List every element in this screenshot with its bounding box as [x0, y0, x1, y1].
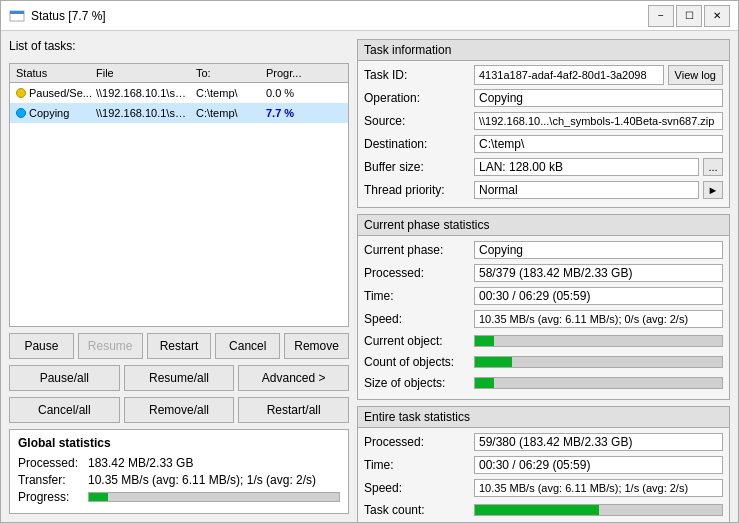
stat-transfer-value: 10.35 MB/s (avg: 6.11 MB/s); 1/s (avg: 2…: [88, 473, 340, 487]
source-row: Source: \\192.168.10...\ch_symbols-1.40B…: [364, 111, 723, 131]
entire-task-body: Processed: 59/380 (183.42 MB/2.33 GB) Ti…: [358, 428, 729, 522]
phase-size-obj-label: Size of objects:: [364, 376, 474, 390]
entire-time-row: Time: 00:30 / 06:29 (05:59): [364, 455, 723, 475]
global-stats-label: Global statistics: [18, 436, 340, 450]
entire-speed-row: Speed: 10.35 MB/s (avg: 6.11 MB/s); 1/s …: [364, 478, 723, 498]
cancel-all-button[interactable]: Cancel/all: [9, 397, 120, 423]
stat-processed: Processed: 183.42 MB/2.33 GB: [18, 456, 340, 470]
phase-current-value: Copying: [474, 241, 723, 259]
task-info-title: Task information: [358, 40, 729, 61]
left-panel: List of tasks: Status File To: Progr... …: [9, 39, 349, 514]
remove-all-button[interactable]: Remove/all: [124, 397, 235, 423]
row1-to: C:\temp\: [194, 86, 264, 100]
current-phase-title: Current phase statistics: [358, 215, 729, 236]
phase-current-obj-bar: [474, 335, 723, 347]
thread-priority-value: Normal: [474, 181, 699, 199]
action-buttons-row2: Pause/all Resume/all Advanced >: [9, 365, 349, 391]
task-id-row: Task ID: 4131a187-adaf-4af2-80d1-3a2098 …: [364, 65, 723, 85]
stat-processed-value: 183.42 MB/2.33 GB: [88, 456, 340, 470]
destination-value: C:\temp\: [474, 135, 723, 153]
view-log-button[interactable]: View log: [668, 65, 723, 85]
pause-all-button[interactable]: Pause/all: [9, 365, 120, 391]
window-icon: [9, 8, 25, 24]
action-buttons-row1: Pause Resume Restart Cancel Remove: [9, 333, 349, 359]
tasks-label: List of tasks:: [9, 39, 349, 53]
global-progress-fill: [89, 493, 108, 501]
entire-processed-value: 59/380 (183.42 MB/2.33 GB): [474, 433, 723, 451]
restart-button[interactable]: Restart: [147, 333, 212, 359]
phase-size-obj-fill: [475, 378, 494, 388]
row1-progress: 0.0 %: [264, 86, 324, 100]
pause-button[interactable]: Pause: [9, 333, 74, 359]
buffer-size-label: Buffer size:: [364, 160, 474, 174]
col-progress: Progr...: [264, 66, 324, 80]
restart-all-button[interactable]: Restart/all: [238, 397, 349, 423]
row2-file: \\192.168.10.1\share...: [94, 106, 194, 120]
resume-button[interactable]: Resume: [78, 333, 143, 359]
main-window: Status [7.7 %] − ☐ ✕ List of tasks: Stat…: [0, 0, 739, 523]
entire-time-value: 00:30 / 06:29 (05:59): [474, 456, 723, 474]
phase-processed-value: 58/379 (183.42 MB/2.33 GB): [474, 264, 723, 282]
stat-progress-label: Progress:: [18, 490, 88, 504]
phase-time-label: Time:: [364, 289, 474, 303]
source-label: Source:: [364, 114, 474, 128]
title-controls: − ☐ ✕: [648, 5, 730, 27]
title-bar: Status [7.7 %] − ☐ ✕: [1, 1, 738, 31]
entire-processed-label: Processed:: [364, 435, 474, 449]
priority-arrow-button[interactable]: ►: [703, 181, 723, 199]
phase-current-obj-label: Current object:: [364, 334, 474, 348]
entire-speed-value: 10.35 MB/s (avg: 6.11 MB/s); 1/s (avg: 2…: [474, 479, 723, 497]
task-id-value: 4131a187-adaf-4af2-80d1-3a2098: [474, 65, 664, 85]
phase-speed-value: 10.35 MB/s (avg: 6.11 MB/s); 0/s (avg: 2…: [474, 310, 723, 328]
table-row[interactable]: Copying \\192.168.10.1\share... C:\temp\…: [10, 103, 348, 123]
entire-task-count-row: Task count:: [364, 501, 723, 519]
title-bar-left: Status [7.7 %]: [9, 8, 106, 24]
destination-row: Destination: C:\temp\: [364, 134, 723, 154]
buffer-size-group: LAN: 128.00 kB ...: [474, 158, 723, 176]
maximize-button[interactable]: ☐: [676, 5, 702, 27]
phase-processed-row: Processed: 58/379 (183.42 MB/2.33 GB): [364, 263, 723, 283]
row1-file: \\192.168.10.1\share...: [94, 86, 194, 100]
minimize-button[interactable]: −: [648, 5, 674, 27]
phase-current-row: Current phase: Copying: [364, 240, 723, 260]
resume-all-button[interactable]: Resume/all: [124, 365, 235, 391]
col-to: To:: [194, 66, 264, 80]
task-info-body: Task ID: 4131a187-adaf-4af2-80d1-3a2098 …: [358, 61, 729, 207]
thread-priority-label: Thread priority:: [364, 183, 474, 197]
task-list-header: Status File To: Progr...: [10, 64, 348, 83]
status-dot-yellow: [16, 88, 26, 98]
stat-progress: Progress:: [18, 490, 340, 504]
entire-task-count-bar: [474, 504, 723, 516]
task-id-value-group: 4131a187-adaf-4af2-80d1-3a2098 View log: [474, 65, 723, 85]
destination-label: Destination:: [364, 137, 474, 151]
source-value: \\192.168.10...\ch_symbols-1.40Beta-svn6…: [474, 112, 723, 130]
table-row[interactable]: Paused/Se... \\192.168.10.1\share... C:\…: [10, 83, 348, 103]
current-phase-body: Current phase: Copying Processed: 58/379…: [358, 236, 729, 399]
row1-status: Paused/Se...: [14, 86, 94, 101]
close-button[interactable]: ✕: [704, 5, 730, 27]
cancel-button[interactable]: Cancel: [215, 333, 280, 359]
phase-count-obj-fill: [475, 357, 512, 367]
remove-button[interactable]: Remove: [284, 333, 349, 359]
buffer-ellipsis-button[interactable]: ...: [703, 158, 723, 176]
entire-task-title: Entire task statistics: [358, 407, 729, 428]
phase-count-obj-row: Count of objects:: [364, 353, 723, 371]
row2-status: Copying: [14, 106, 94, 121]
thread-priority-row: Thread priority: Normal ►: [364, 180, 723, 200]
buffer-size-row: Buffer size: LAN: 128.00 kB ...: [364, 157, 723, 177]
global-statistics: Global statistics Processed: 183.42 MB/2…: [9, 429, 349, 514]
action-buttons-row3: Cancel/all Remove/all Restart/all: [9, 397, 349, 423]
phase-processed-label: Processed:: [364, 266, 474, 280]
task-id-label: Task ID:: [364, 68, 474, 82]
phase-size-obj-bar: [474, 377, 723, 389]
operation-label: Operation:: [364, 91, 474, 105]
current-phase-section: Current phase statistics Current phase: …: [357, 214, 730, 400]
row2-to: C:\temp\: [194, 106, 264, 120]
right-panel: Task information Task ID: 4131a187-adaf-…: [357, 39, 730, 514]
phase-size-obj-row: Size of objects:: [364, 374, 723, 392]
advanced-button[interactable]: Advanced >: [238, 365, 349, 391]
main-content: List of tasks: Status File To: Progr... …: [1, 31, 738, 522]
phase-count-obj-bar: [474, 356, 723, 368]
row2-progress: 7.7 %: [264, 106, 324, 120]
col-file: File: [94, 66, 194, 80]
